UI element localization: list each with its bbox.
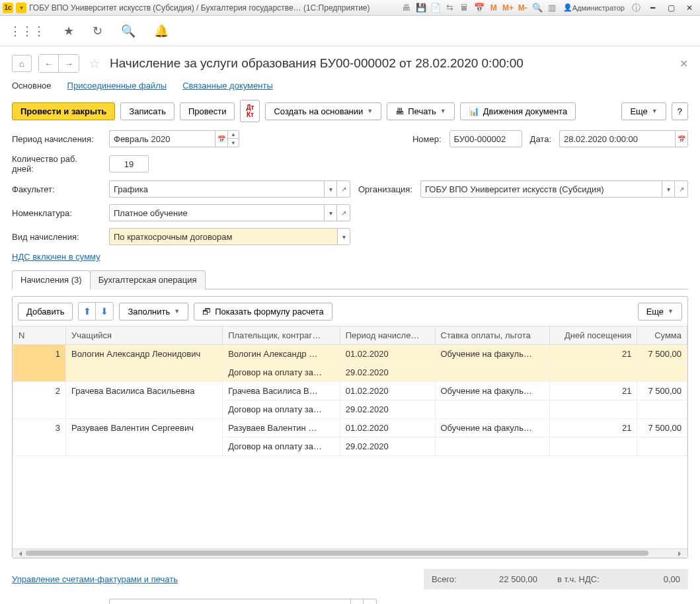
faculty-open-icon[interactable]: ↗ (337, 180, 350, 198)
tab-files[interactable]: Присоединенные файлы (67, 81, 167, 91)
user-badge[interactable]: 👤 Администратор (561, 2, 627, 14)
print-button[interactable]: 🖶 Печать ▼ (387, 102, 455, 120)
vat-label: в т.ч. НДС: (557, 574, 600, 584)
period-calendar-icon[interactable]: 📅 (215, 130, 228, 147)
table-row[interactable]: 2Грачева Василиса ВасильевнаГрачева Васи… (13, 382, 687, 400)
cell-contract: Договор на оплату за… (223, 363, 340, 382)
minimize-button[interactable]: ━ (644, 2, 660, 14)
favorite-star-icon[interactable]: ☆ (89, 56, 100, 71)
date-calendar-icon[interactable]: 📅 (675, 130, 688, 147)
col-days[interactable]: Дней посещения (550, 326, 637, 345)
horizontal-scrollbar[interactable] (13, 548, 687, 558)
table-row[interactable]: 3Разуваев Валентин СергеевичРазуваев Вал… (13, 419, 687, 437)
number-input[interactable]: БУ00-000002 (449, 130, 522, 147)
vat-link[interactable]: НДС включен в сумму (12, 252, 100, 262)
faculty-dropdown-icon[interactable]: ▾ (324, 180, 337, 198)
save-icon[interactable]: 💾 (415, 2, 427, 14)
period-input[interactable]: Февраль 2020 (109, 130, 215, 147)
info-icon[interactable]: ⓘ (630, 2, 642, 14)
tab-related[interactable]: Связанные документы (182, 81, 273, 91)
col-payer[interactable]: Плательщик, контраг… (223, 326, 340, 345)
type-input[interactable]: По краткосрочным договорам (109, 228, 337, 245)
org-dropdown-icon[interactable]: ▾ (662, 180, 675, 198)
calc-icon[interactable]: 🖩 (459, 2, 471, 14)
formula-button[interactable]: 🗗 Показать формулу расчета (194, 303, 332, 321)
vat-value: 0,00 (619, 574, 680, 584)
type-dropdown-icon[interactable]: ▾ (337, 228, 350, 245)
cell-sum: 7 500,00 (637, 345, 687, 363)
org-input[interactable]: ГОБУ ВПО Университет искусств (Субсидия) (420, 180, 662, 198)
accruals-table: N Учащийся Плательщик, контраг… Период н… (13, 326, 687, 456)
maximize-button[interactable]: ▢ (663, 2, 679, 14)
nav-forward-button[interactable]: → (59, 55, 79, 72)
type-label: Вид начисления: (12, 232, 101, 242)
app-icon: 1c (3, 3, 13, 13)
apps-icon[interactable]: ⋮⋮⋮ (9, 24, 45, 38)
cell-rate: Обучение на факуль… (435, 382, 550, 400)
cell-student: Грачева Василиса Васильевна (66, 382, 223, 419)
home-button[interactable]: ⌂ (12, 55, 32, 72)
col-student[interactable]: Учащийся (66, 326, 223, 345)
favorites-icon[interactable]: ★ (63, 24, 74, 38)
org-label: Организация: (358, 184, 412, 194)
dropdown-icon[interactable]: ▾ (16, 3, 26, 13)
doc-icon[interactable]: 📄 (430, 2, 442, 14)
col-period[interactable]: Период начисле… (340, 326, 435, 345)
date-input[interactable]: 28.02.2020 0:00:00 (559, 130, 675, 147)
memory-m-icon[interactable]: M (488, 2, 500, 14)
notifications-icon[interactable]: 🔔 (154, 24, 169, 38)
nomen-open-icon[interactable]: ↗ (337, 204, 350, 221)
faculty-label: Факультет: (12, 184, 101, 194)
org-open-icon[interactable]: ↗ (675, 180, 688, 198)
col-n[interactable]: N (13, 326, 66, 345)
move-up-icon[interactable]: ⬆ (79, 303, 96, 320)
zoom-icon[interactable]: 🔍 (531, 2, 543, 14)
cell-sum: 7 500,00 (637, 382, 687, 400)
table-row[interactable]: 1Вологин Александр ЛеонидовичВологин Але… (13, 345, 687, 363)
close-button[interactable]: ✕ (681, 2, 697, 14)
history-icon[interactable]: ↻ (93, 24, 102, 38)
data-tabs: Начисления (3) Бухгалтерская операция (12, 270, 688, 289)
executor-input[interactable] (109, 599, 350, 604)
col-rate[interactable]: Ставка оплаты, льгота (435, 326, 550, 345)
nomen-dropdown-icon[interactable]: ▾ (324, 204, 337, 221)
executor-dropdown-icon[interactable]: ▾ (350, 599, 364, 604)
period-down-icon[interactable]: ▼ (228, 139, 239, 147)
fill-button[interactable]: Заполнить ▼ (119, 303, 188, 321)
move-down-icon[interactable]: ⬇ (96, 303, 113, 320)
cell-payer: Вологин Александр … (223, 345, 340, 363)
memory-mminus-icon[interactable]: M- (517, 2, 529, 14)
date-label: Дата: (530, 134, 551, 144)
search-icon[interactable]: 🔍 (121, 24, 136, 38)
create-based-on-button[interactable]: Создать на основании ▼ (265, 102, 381, 120)
period-up-icon[interactable]: ▲ (228, 131, 239, 139)
nomen-input[interactable]: Платное обучение (109, 204, 324, 221)
col-sum[interactable]: Сумма (637, 326, 687, 345)
post-and-close-button[interactable]: Провести и закрыть (12, 102, 115, 120)
calendar-icon[interactable]: 📅 (473, 2, 485, 14)
nav-back-button[interactable]: ← (39, 55, 59, 72)
more-button[interactable]: Еще ▼ (621, 102, 666, 120)
tab-accruals[interactable]: Начисления (3) (12, 270, 91, 289)
add-button[interactable]: Добавить (18, 303, 73, 321)
invoice-link[interactable]: Управление счетами-фактурами и печать (12, 574, 178, 584)
save-button[interactable]: Записать (120, 102, 175, 120)
print-icon[interactable]: 🖶 (401, 2, 412, 14)
tab-main[interactable]: Основное (12, 81, 52, 91)
number-label: Номер: (412, 134, 442, 144)
faculty-input[interactable]: Графика (109, 180, 324, 198)
memory-mplus-icon[interactable]: M+ (502, 2, 514, 14)
days-input[interactable]: 19 (109, 155, 149, 172)
table-more-button[interactable]: Еще ▼ (638, 303, 682, 321)
help-button[interactable]: ? (672, 102, 688, 120)
post-button[interactable]: Провести (180, 102, 235, 120)
panels-icon[interactable]: ▥ (546, 2, 558, 14)
executor-open-icon[interactable]: ↗ (364, 599, 377, 604)
compare-icon[interactable]: ⇆ (444, 2, 456, 14)
cell-student: Разуваев Валентин Сергеевич (66, 419, 223, 456)
dtkt-button[interactable]: ДтКт (240, 100, 260, 122)
cell-rate: Обучение на факуль… (435, 419, 550, 437)
tab-accounting[interactable]: Бухгалтерская операция (90, 270, 206, 289)
close-page-button[interactable]: ✕ (680, 57, 688, 70)
movements-button[interactable]: 📊 Движения документа (460, 102, 576, 120)
